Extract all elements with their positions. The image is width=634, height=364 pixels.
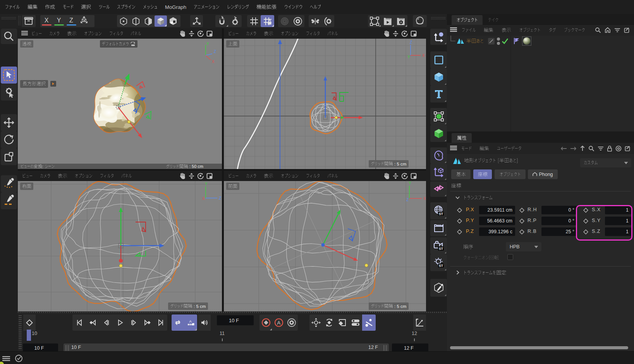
svg-text:Z: Z xyxy=(219,196,221,200)
svg-text:Z: Z xyxy=(214,50,216,54)
svg-text:Y: Y xyxy=(407,55,410,59)
svg-text:ST: ST xyxy=(439,212,443,216)
svg-text:Z: Z xyxy=(406,198,409,202)
svg-text:X: X xyxy=(212,60,215,64)
svg-text:Y: Y xyxy=(206,42,209,46)
svg-text:Y: Y xyxy=(205,182,208,186)
svg-text:A: A xyxy=(189,319,192,323)
svg-text:ST: ST xyxy=(439,247,443,251)
svg-text:Y: Y xyxy=(409,181,411,185)
svg-text:ST: ST xyxy=(439,264,443,268)
svg-text:X: X xyxy=(422,53,425,58)
svg-text:X: X xyxy=(202,197,205,201)
svg-text:A: A xyxy=(277,320,280,326)
svg-text:Z: Z xyxy=(410,40,412,44)
svg-text:X: X xyxy=(423,197,426,201)
